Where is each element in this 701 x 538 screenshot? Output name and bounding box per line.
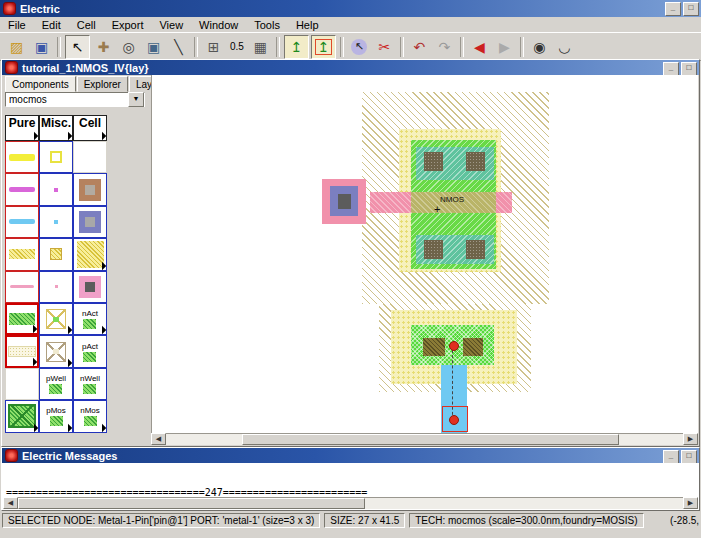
palette-header-cell[interactable]: Cell (73, 115, 107, 141)
palette-glyph (79, 179, 101, 201)
scroll-right-icon[interactable]: ▶ (683, 497, 698, 509)
menu-export[interactable]: Export (104, 18, 152, 32)
cut-button[interactable]: ✂ (373, 36, 396, 58)
layout-canvas[interactable]: NMOS + (151, 75, 698, 434)
scroll-track[interactable] (166, 433, 683, 445)
palette-header-misc[interactable]: Misc. (39, 115, 73, 141)
palette-cell[interactable] (73, 271, 107, 303)
menu-view[interactable]: View (151, 18, 191, 32)
contact-cut[interactable] (466, 240, 485, 259)
save-library-button[interactable]: ▣ (30, 36, 53, 58)
contact-cut[interactable] (424, 152, 443, 171)
port-dot[interactable] (449, 415, 459, 425)
palette-cell[interactable] (39, 173, 73, 205)
palette-cell[interactable] (39, 206, 73, 238)
well-contact-cut[interactable] (423, 338, 445, 356)
palette-cell-nmos[interactable]: nMos (73, 400, 107, 432)
redo-button[interactable]: ↷ (433, 36, 456, 58)
palette-glyph (46, 309, 66, 329)
palette-cell[interactable] (39, 335, 73, 367)
scroll-track[interactable] (18, 497, 683, 509)
palette-cell[interactable] (73, 141, 107, 173)
palette-cell[interactable] (5, 206, 39, 238)
palette-cell[interactable] (73, 173, 107, 205)
palette-cell-pwell[interactable]: pWell (39, 368, 73, 400)
pan-button[interactable]: ✚ (92, 36, 115, 58)
messages-maximize-button[interactable]: □ (681, 450, 697, 464)
expand-cells-button[interactable]: ◉ (528, 36, 551, 58)
messages-titlebar[interactable]: Electric Messages _ □ (2, 448, 699, 463)
undo-button[interactable]: ↶ (408, 36, 431, 58)
palette-cell[interactable] (5, 271, 39, 303)
messages-title: Electric Messages (22, 450, 117, 462)
minimize-button[interactable]: _ (665, 2, 681, 16)
palette-cell[interactable] (5, 238, 39, 270)
palette-cell[interactable] (39, 141, 73, 173)
grid-button[interactable]: ⊞ (202, 36, 225, 58)
canvas-hscrollbar[interactable]: ◀ ▶ (151, 433, 698, 445)
palette-cell[interactable] (73, 206, 107, 238)
menu-edit[interactable]: Edit (34, 18, 69, 32)
palette-glyph: nWell (80, 374, 100, 394)
port-dot[interactable] (449, 341, 459, 351)
chevron-down-icon[interactable]: ▼ (128, 92, 144, 107)
palette-cell[interactable] (5, 173, 39, 205)
menu-tools[interactable]: Tools (246, 18, 288, 32)
component-panel: Components Explorer Layers mocmos ▼ Pure… (3, 75, 149, 434)
palette-cell[interactable] (5, 400, 39, 432)
menu-help[interactable]: Help (288, 18, 327, 32)
palette-cell-nact[interactable]: nAct (73, 303, 107, 335)
messages-text[interactable]: =================================247====… (3, 463, 698, 498)
tab-explorer[interactable]: Explorer (77, 76, 128, 92)
edit-minimize-button[interactable]: _ (663, 62, 679, 76)
palette-cell-label: nWell (80, 374, 100, 383)
open-library-button[interactable]: ▨ (5, 36, 28, 58)
select-arrow-button[interactable]: ↖ (65, 35, 90, 59)
main-titlebar[interactable]: Electric _ □ (0, 0, 701, 17)
objects-cursor-button[interactable]: ↖ (348, 36, 371, 58)
palette-cell[interactable] (73, 238, 107, 270)
messages-hscrollbar[interactable]: ◀ ▶ (3, 497, 698, 509)
menu-window[interactable]: Window (191, 18, 246, 32)
menu-file[interactable]: File (0, 18, 34, 32)
scroll-right-icon[interactable]: ▶ (683, 433, 698, 445)
zoom-button[interactable]: ◎ (117, 36, 140, 58)
palette-cell[interactable] (5, 141, 39, 173)
menu-cell[interactable]: Cell (69, 18, 104, 32)
corner-arrow-icon (98, 326, 106, 334)
palette-cell[interactable] (39, 271, 73, 303)
palette-cell[interactable] (5, 335, 39, 367)
toggle-ports-button[interactable]: ↥ (284, 35, 309, 59)
palette-cell[interactable] (39, 238, 73, 270)
palette-cell[interactable] (39, 303, 73, 335)
palette-cell[interactable] (5, 368, 39, 400)
maximize-button[interactable]: □ (683, 2, 699, 16)
technology-select[interactable]: mocmos ▼ (5, 92, 145, 107)
scroll-left-icon[interactable]: ◀ (151, 433, 166, 445)
edit-window-titlebar[interactable]: tutorial_1:NMOS_IV{lay} _ □ (2, 60, 699, 75)
well-contact-cut[interactable] (463, 338, 483, 356)
toggle-exports-button[interactable]: ↥ (311, 35, 336, 59)
edit-maximize-button[interactable]: □ (681, 62, 697, 76)
go-back-button[interactable]: ◀ (468, 36, 491, 58)
messages-minimize-button[interactable]: _ (663, 450, 679, 464)
palette-cell-pact[interactable]: pAct (73, 335, 107, 367)
palette-header-pure[interactable]: Pure (5, 115, 39, 141)
scroll-thumb[interactable] (242, 434, 619, 445)
wiring-tool-button[interactable]: ╲ (167, 36, 190, 58)
alignment-button[interactable]: ▦ (249, 36, 272, 58)
palette-cell-nwell[interactable]: nWell (73, 368, 107, 400)
undo-icon: ↶ (414, 39, 426, 55)
go-forward-button[interactable]: ▶ (493, 36, 516, 58)
scroll-left-icon[interactable]: ◀ (3, 497, 18, 509)
palette-cell[interactable] (5, 303, 39, 335)
contact-cut[interactable] (466, 152, 485, 171)
contact-cut[interactable] (424, 240, 443, 259)
palette-cell-pmos[interactable]: pMos (39, 400, 73, 432)
expand-cells-icon: ◉ (533, 39, 545, 55)
collapse-cells-button[interactable]: ◡ (553, 36, 576, 58)
palette-glyph (9, 313, 35, 325)
tab-components[interactable]: Components (5, 76, 76, 92)
select-area-button[interactable]: ▣ (142, 36, 165, 58)
scroll-thumb[interactable] (18, 498, 365, 509)
